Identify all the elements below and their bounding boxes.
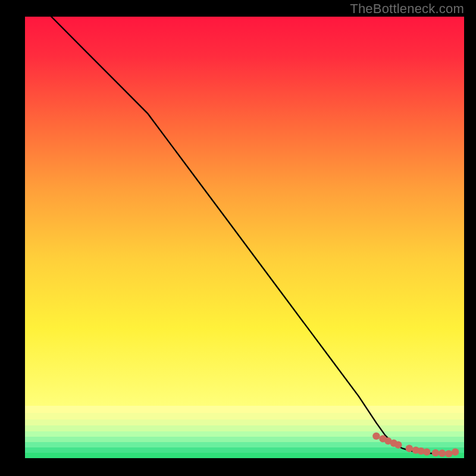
band-1 bbox=[25, 406, 464, 413]
marker-point bbox=[394, 441, 402, 449]
marker-point bbox=[439, 450, 446, 457]
plot-area bbox=[25, 17, 464, 458]
band-3 bbox=[25, 419, 464, 425]
watermark-text: TheBottleneck.com bbox=[350, 1, 464, 17]
band-2 bbox=[25, 413, 464, 419]
marker-point bbox=[452, 448, 459, 455]
marker-point bbox=[432, 449, 439, 456]
gradient-main bbox=[25, 17, 464, 406]
marker-point bbox=[372, 433, 380, 440]
marker-point bbox=[406, 445, 413, 452]
plot-svg bbox=[25, 17, 464, 458]
marker-point bbox=[423, 448, 430, 455]
band-9 bbox=[25, 453, 464, 458]
band-5 bbox=[25, 431, 464, 437]
marker-point bbox=[445, 450, 452, 457]
chart-frame: TheBottleneck.com bbox=[0, 0, 476, 476]
band-4 bbox=[25, 425, 464, 431]
